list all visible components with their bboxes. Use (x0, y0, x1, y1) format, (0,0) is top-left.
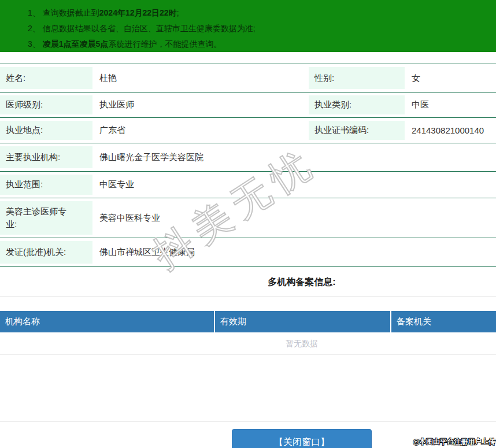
practice-scope-value: 中医专业 (92, 172, 496, 198)
name-value: 杜艳 (92, 64, 309, 92)
row-name-gender: 姓名: 杜艳 性别: 女 (0, 64, 496, 92)
notice-item: 1、查询数据截止到2024年12月22日22时; (0, 5, 496, 21)
main-institution-label: 主要执业机构: (0, 143, 92, 171)
practice-scope-label: 执业范围: (0, 172, 92, 198)
row-level-category: 医师级别: 执业医师 执业类别: 中医 (0, 92, 496, 118)
divider (0, 296, 496, 297)
practice-category-label: 执业类别: (309, 92, 405, 117)
notice-text: ; (177, 8, 179, 17)
row-location-certificate: 执业地点: 广东省 执业证书编码: 241430821000140 (0, 118, 496, 143)
gender-value: 女 (405, 64, 496, 92)
name-label-text: 姓名: (0, 73, 25, 84)
page-content: 1、查询数据截止到2024年12月22日22时; 2、信息数据结果以各省、自治区… (0, 0, 496, 448)
notice-number: 1、 (28, 8, 40, 17)
close-window-button[interactable]: 【关闭窗口】 (232, 429, 372, 448)
records-table-header: 机构名称 有效期 备案机关 (0, 311, 496, 332)
issuing-authority-label: 发证(批准)机关: (0, 238, 92, 266)
notice-bold-text: 凌晨1点至凌晨5点 (43, 39, 109, 49)
practitioner-info-table: 姓名: 杜艳 性别: 女 医师级别: 执业医师 执业类别: 中医 执业地点: 广… (0, 64, 496, 267)
main-institution-value: 佛山曙光金子医学美容医院 (92, 143, 496, 171)
name-label: 姓名: (0, 64, 92, 92)
doctor-level-label: 医师级别: (0, 92, 92, 117)
notice-item: 3、凌晨1点至凌晨5点系统进行维护，不能提供查询。 (0, 36, 496, 52)
practice-scope-label-text: 执业范围: (0, 179, 43, 190)
empty-data-text: 暂无数据 (0, 332, 496, 355)
certificate-number-value: 241430821000140 (405, 118, 496, 143)
certificate-number-label-text: 执业证书编码: (309, 125, 369, 136)
gender-label-text: 性别: (309, 73, 334, 84)
col-institution-name: 机构名称 (0, 311, 215, 332)
main-institution-label-text: 主要执业机构: (0, 152, 60, 163)
doctor-level-value: 执业医师 (92, 92, 309, 117)
practice-category-value: 中医 (405, 92, 496, 117)
notice-bold-text: 2024年12月22日22时 (99, 8, 177, 17)
practice-location-label: 执业地点: (0, 118, 92, 143)
row-practice-scope: 执业范围: 中医专业 (0, 172, 496, 198)
notice-number: 3、 (28, 39, 40, 49)
gender-label: 性别: (309, 64, 405, 92)
notice-number: 2、 (28, 24, 40, 33)
row-main-institution: 主要执业机构: 佛山曙光金子医学美容医院 (0, 143, 496, 172)
notice-item: 2、信息数据结果以各省、自治区、直辖市卫生健康委数据为准; (0, 21, 496, 36)
practice-category-label-text: 执业类别: (309, 99, 351, 110)
certificate-number-label: 执业证书编码: (309, 118, 405, 143)
divider (0, 421, 496, 422)
notice-text: 系统进行维护，不能提供查询。 (108, 39, 221, 49)
notice-text: 查询数据截止到 (43, 8, 99, 17)
cosmetic-specialty-value: 美容中医科专业 (92, 198, 496, 238)
upload-caption: ◎本图由平台注册用户上传 (413, 437, 495, 447)
cosmetic-specialty-label: 美容主诊医师专业: (0, 198, 92, 238)
practice-location-value: 广东省 (92, 118, 309, 143)
row-issuing-authority: 发证(批准)机关: 佛山市禅城区卫生健康局 (0, 238, 496, 267)
doctor-level-label-text: 医师级别: (0, 99, 43, 110)
notice-text: 信息数据结果以各省、自治区、直辖市卫生健康委数据为准; (43, 24, 256, 33)
cosmetic-specialty-label-text: 美容主诊医师专业: (0, 205, 73, 231)
multi-institution-title: 多机构备案信息: (0, 276, 496, 288)
row-cosmetic-specialty: 美容主诊医师专业: 美容中医科专业 (0, 198, 496, 238)
col-filing-authority: 备案机关 (391, 311, 496, 332)
col-validity-period: 有效期 (215, 311, 391, 332)
practice-location-label-text: 执业地点: (0, 125, 43, 136)
issuing-authority-value: 佛山市禅城区卫生健康局 (92, 238, 496, 266)
notice-banner: 1、查询数据截止到2024年12月22日22时; 2、信息数据结果以各省、自治区… (0, 0, 496, 52)
issuing-authority-label-text: 发证(批准)机关: (0, 247, 66, 258)
